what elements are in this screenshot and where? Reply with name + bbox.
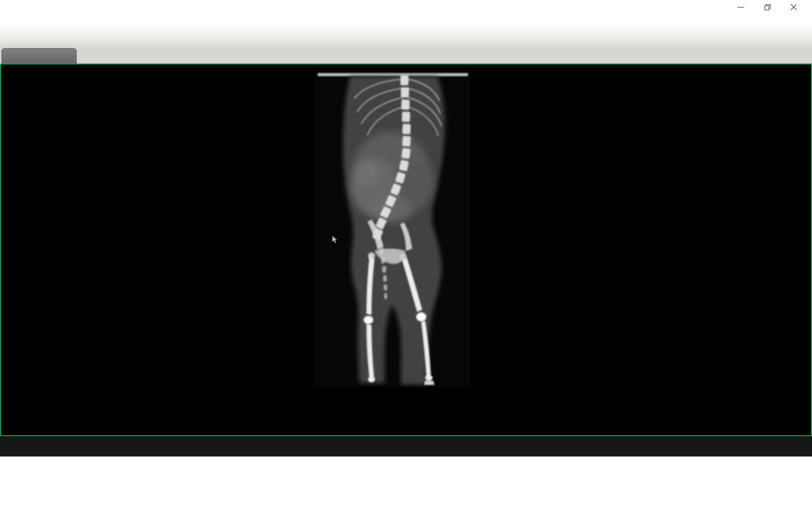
horizontal-ruler	[253, 417, 550, 424]
overlay-exposure-info	[3, 285, 19, 429]
title-bar	[0, 0, 812, 14]
window-controls	[728, 0, 807, 14]
overlay-patient-info	[3, 77, 19, 173]
menu-bar	[0, 14, 812, 27]
screen	[0, 0, 812, 521]
restore-button[interactable]	[754, 0, 781, 14]
close-button[interactable]	[781, 0, 807, 14]
taskbar	[0, 436, 812, 457]
image-viewport[interactable]	[0, 63, 812, 436]
overlay-study-info	[778, 67, 794, 162]
overlay-series-info	[778, 358, 794, 430]
study-tab[interactable]	[2, 48, 77, 63]
close-icon	[788, 2, 799, 13]
app-icon	[4, 3, 13, 12]
xray-image	[315, 72, 470, 387]
restore-icon	[762, 2, 773, 13]
toolbar	[0, 26, 812, 48]
minimize-button[interactable]	[728, 0, 754, 14]
tab-strip	[0, 47, 812, 63]
minimize-icon	[735, 2, 747, 13]
